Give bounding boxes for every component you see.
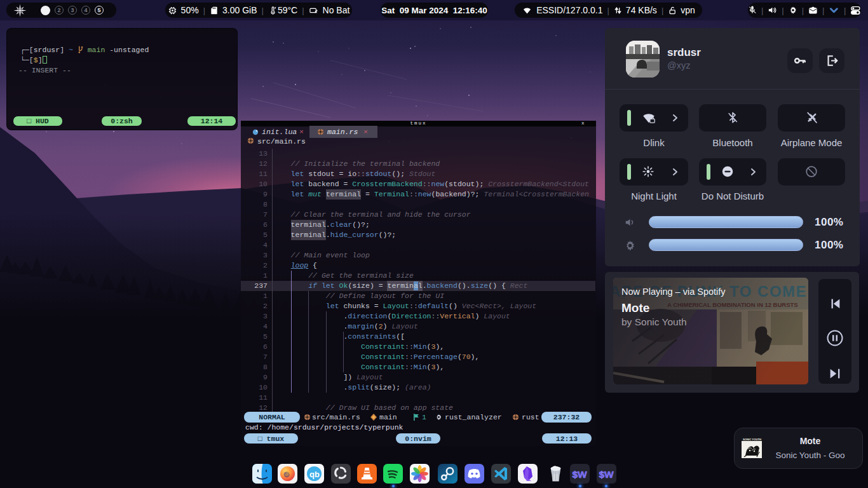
- svg-text:$W: $W: [572, 469, 587, 480]
- svg-text:SONIC YOUTH: SONIC YOUTH: [743, 438, 761, 441]
- svg-text:qb: qb: [309, 469, 320, 478]
- svg-text:$W: $W: [599, 469, 614, 480]
